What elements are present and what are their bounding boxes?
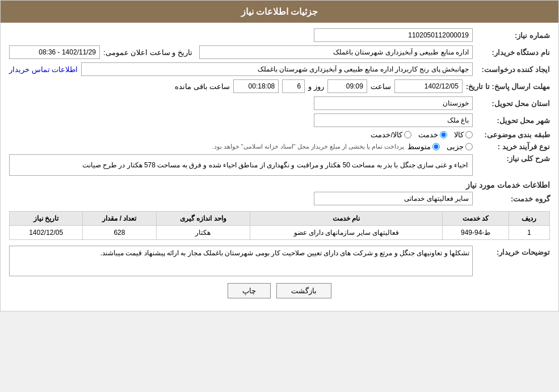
noeFarayand-jozi-label: جزیی	[447, 142, 464, 151]
mohlat-label: مهلت ارسال پاسخ: تا تاریخ:	[466, 82, 550, 91]
services-table: ردیف کد خدمت نام خدمت واحد اندازه گیری ت…	[9, 211, 550, 240]
ostan-input[interactable]	[314, 96, 473, 110]
ostan-row: استان محل تحویل:	[9, 96, 550, 110]
namDastgah-label: نام دستگاه خریدار:	[476, 48, 550, 57]
tabaqe-row: طبقه بندی موضوعی: کالا خدمت کالا/خدمت	[9, 130, 550, 139]
shahr-row: شهر محل تحویل:	[9, 113, 550, 127]
noeFarayand-motavasset[interactable]: متوسط	[407, 142, 440, 151]
tabaqe-kala[interactable]: کالا	[454, 130, 473, 139]
noeFarayand-jozi-radio[interactable]	[465, 143, 473, 150]
tarikh-input[interactable]	[9, 45, 100, 59]
sharh-label: شرح کلی نیاز:	[476, 154, 550, 163]
noeFarayand-motavasset-radio[interactable]	[432, 143, 440, 150]
tarikh-label: تاریخ و ساعت اعلان عمومی:	[103, 48, 192, 57]
noeFarayand-motavasset-label: متوسط	[407, 142, 431, 151]
chap-button[interactable]: چاپ	[228, 283, 271, 298]
shomareNiaz-row: شماره نیاز:	[9, 28, 550, 42]
mohlat-saat-label: ساعت	[371, 82, 391, 91]
bazgasht-button[interactable]: بازگشت	[276, 283, 331, 298]
content-area: شماره نیاز: نام دستگاه خریدار: تاریخ و س…	[1, 23, 558, 311]
col-radif: ردیف	[508, 212, 549, 226]
tozihat-label: توضیحات خریدار:	[476, 246, 550, 256]
tabaqe-kala-khedmat-label: کالا/خدمت	[371, 130, 402, 139]
col-tarikh: تاریخ نیاز	[10, 212, 83, 226]
shomareNiaz-label: شماره نیاز:	[476, 31, 550, 40]
col-kod: کد خدمت	[443, 212, 508, 226]
mohlat-rooz-input[interactable]	[282, 79, 305, 93]
page-header: جزئیات اطلاعات نیاز	[1, 1, 558, 23]
tabaqe-kala-khedmat[interactable]: کالا/خدمت	[371, 130, 411, 139]
noeFarayand-row: نوع فرآیند خرید : جزیی متوسط پرداخت تمام…	[9, 142, 550, 151]
tabaqe-khedmat-radio[interactable]	[440, 131, 447, 138]
shahr-label: شهر محل تحویل:	[476, 116, 550, 125]
namDastgah-input[interactable]	[199, 45, 473, 59]
tabaqe-label: طبقه بندی موضوعی:	[476, 130, 550, 139]
tarikh-namDastgah-row: نام دستگاه خریدار: تاریخ و ساعت اعلان عم…	[9, 45, 550, 59]
mohlat-saat-input[interactable]	[327, 79, 367, 93]
noeFarayand-jozi[interactable]: جزیی	[447, 142, 473, 151]
shahr-input[interactable]	[314, 113, 473, 127]
tabaqe-radio-group: کالا خدمت کالا/خدمت	[371, 130, 473, 139]
services-table-section: ردیف کد خدمت نام خدمت واحد اندازه گیری ت…	[9, 211, 550, 240]
shomareNiaz-input[interactable]	[314, 28, 473, 42]
ostan-label: استان محل تحویل:	[476, 99, 550, 108]
tabaqe-kala-radio[interactable]	[465, 131, 473, 138]
cell-tarikh: 1402/12/05	[10, 226, 83, 240]
header-title: جزئیات اطلاعات نیاز	[241, 7, 318, 16]
sharh-row: شرح کلی نیاز: احیاء و غنی سازی جنگل با ب…	[9, 154, 550, 176]
mohlat-date-input[interactable]	[394, 79, 463, 93]
cell-radif: 1	[508, 226, 549, 240]
tabaqe-kala-label: کالا	[454, 130, 464, 139]
tozihat-textarea[interactable]	[9, 246, 473, 276]
col-nam: نام خدمت	[250, 212, 443, 226]
ijad-label: ایجاد کننده درخواست:	[476, 65, 550, 74]
col-vahed: واحد اندازه گیری	[156, 212, 250, 226]
khadamat-title: اطلاعات خدمات مورد نیاز	[9, 180, 550, 189]
noeFarayand-radio-group: جزیی متوسط	[407, 142, 473, 151]
mohlat-baqi-input[interactable]	[233, 79, 279, 93]
ijad-input[interactable]	[81, 62, 473, 76]
noeFarayand-note: پرداخت تمام یا بخشی از مبلغ خریداز محل "…	[212, 143, 404, 150]
grooh-row: گروه خدمت:	[9, 192, 550, 205]
noeFarayand-label: نوع فرآیند خرید :	[476, 142, 550, 151]
tozihat-row: توضیحات خریدار:	[9, 246, 550, 276]
cell-tedad: 628	[83, 226, 156, 240]
tabaqe-kala-khedmat-radio[interactable]	[404, 131, 411, 138]
page-wrapper: جزئیات اطلاعات نیاز شماره نیاز: نام دستگ…	[0, 0, 559, 311]
grooh-input[interactable]	[314, 192, 473, 205]
col-tedad: تعداد / مقدار	[83, 212, 156, 226]
sharh-box: احیاء و غنی سازی جنگل با بذر به مساحت 50…	[9, 154, 473, 176]
cell-vahed: هکتار	[156, 226, 250, 240]
mohlat-rooz-label: روز و	[308, 82, 324, 91]
table-header-row: ردیف کد خدمت نام خدمت واحد اندازه گیری ت…	[10, 212, 550, 226]
ijad-link[interactable]: اطلاعات تماس خریدار	[9, 65, 78, 74]
tabaqe-khedmat-label: خدمت	[418, 130, 438, 139]
mohlat-row: مهلت ارسال پاسخ: تا تاریخ: ساعت روز و سا…	[9, 79, 550, 93]
tabaqe-khedmat[interactable]: خدمت	[418, 130, 447, 139]
cell-nam: فعالیتهای سایر سازمانهای دارای عضو	[250, 226, 443, 240]
grooh-label: گروه خدمت:	[476, 195, 550, 203]
table-row: 1 ط-94-949 فعالیتهای سایر سازمانهای دارا…	[10, 226, 550, 240]
button-row: بازگشت چاپ	[9, 283, 550, 298]
ijad-row: ایجاد کننده درخواست: اطلاعات تماس خریدار	[9, 62, 550, 76]
cell-kod: ط-94-949	[443, 226, 508, 240]
mohlat-baqi-label: ساعت باقی مانده	[175, 82, 230, 91]
